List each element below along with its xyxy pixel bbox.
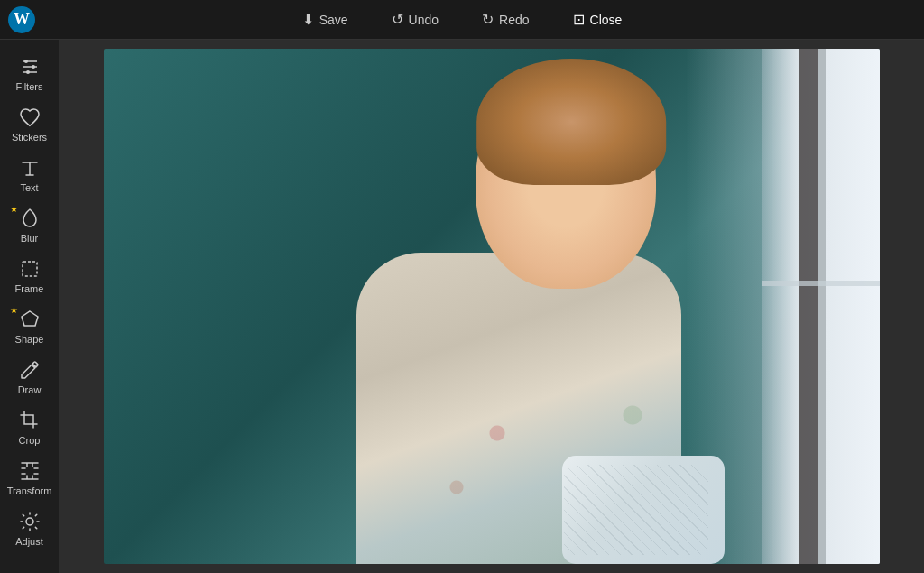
close-label: Close — [590, 13, 623, 27]
window-bar-vertical — [818, 49, 826, 564]
main-area: Filters Stickers Text ★ Blur Frame — [0, 40, 924, 573]
draw-label: Draw — [18, 384, 42, 395]
redo-icon: ↻ — [482, 11, 494, 28]
undo-label: Undo — [409, 13, 439, 27]
svg-point-6 — [32, 65, 35, 69]
shape-label: Shape — [15, 334, 44, 345]
frame-label: Frame — [15, 283, 44, 294]
text-icon — [19, 155, 41, 180]
sidebar-item-text[interactable]: Text — [3, 150, 57, 199]
filters-icon — [19, 54, 41, 79]
sidebar-item-shape[interactable]: ★ Shape — [3, 301, 57, 350]
draw-icon — [19, 357, 41, 383]
canvas-area — [59, 40, 924, 573]
crop-label: Crop — [19, 435, 41, 446]
filters-label: Filters — [16, 81, 43, 92]
svg-point-10 — [26, 518, 33, 525]
hair — [476, 59, 666, 185]
pillow-pattern — [564, 465, 708, 555]
undo-icon: ↺ — [392, 11, 403, 28]
adjust-icon — [19, 509, 41, 534]
photo-canvas — [104, 49, 880, 564]
transform-label: Transform — [7, 485, 52, 496]
text-label: Text — [20, 182, 38, 193]
save-button[interactable]: ⬇ Save — [295, 7, 356, 32]
blur-label: Blur — [21, 233, 39, 244]
shape-star-badge: ★ — [10, 305, 18, 315]
svg-point-5 — [24, 60, 28, 63]
redo-button[interactable]: ↻ Redo — [475, 7, 536, 32]
close-button[interactable]: ⊡ Close — [566, 7, 630, 32]
sidebar-item-filters[interactable]: Filters — [3, 49, 57, 97]
svg-marker-9 — [22, 311, 38, 326]
topbar: W ⬇ Save ↺ Undo ↻ Redo ⊡ Close — [0, 0, 924, 40]
shape-icon — [19, 307, 41, 332]
window-bar-horizontal — [762, 281, 880, 286]
sidebar-item-transform[interactable]: Transform — [3, 453, 57, 502]
sidebar-item-blur[interactable]: ★ Blur — [3, 200, 57, 249]
sidebar: Filters Stickers Text ★ Blur Frame — [0, 40, 59, 573]
sidebar-item-adjust[interactable]: Adjust — [3, 504, 57, 552]
redo-label: Redo — [499, 13, 529, 27]
sidebar-item-draw[interactable]: Draw — [3, 352, 57, 401]
sidebar-item-stickers[interactable]: Stickers — [3, 99, 57, 148]
sidebar-item-frame[interactable]: Frame — [3, 251, 57, 300]
blur-icon — [19, 206, 41, 231]
svg-text:W: W — [14, 10, 30, 28]
stickers-label: Stickers — [12, 132, 47, 143]
blur-star-badge: ★ — [10, 204, 18, 214]
svg-point-7 — [26, 70, 30, 74]
crop-icon — [19, 408, 41, 433]
sidebar-item-crop[interactable]: Crop — [3, 402, 57, 451]
svg-rect-8 — [23, 262, 37, 276]
transform-icon — [19, 458, 41, 484]
save-label: Save — [319, 13, 348, 27]
save-icon: ⬇ — [302, 11, 314, 28]
frame-icon — [19, 256, 41, 282]
adjust-label: Adjust — [15, 536, 43, 547]
close-icon: ⊡ — [573, 11, 585, 28]
wordpress-logo[interactable]: W — [7, 5, 36, 34]
undo-button[interactable]: ↺ Undo — [384, 7, 446, 32]
stickers-icon — [19, 105, 41, 130]
